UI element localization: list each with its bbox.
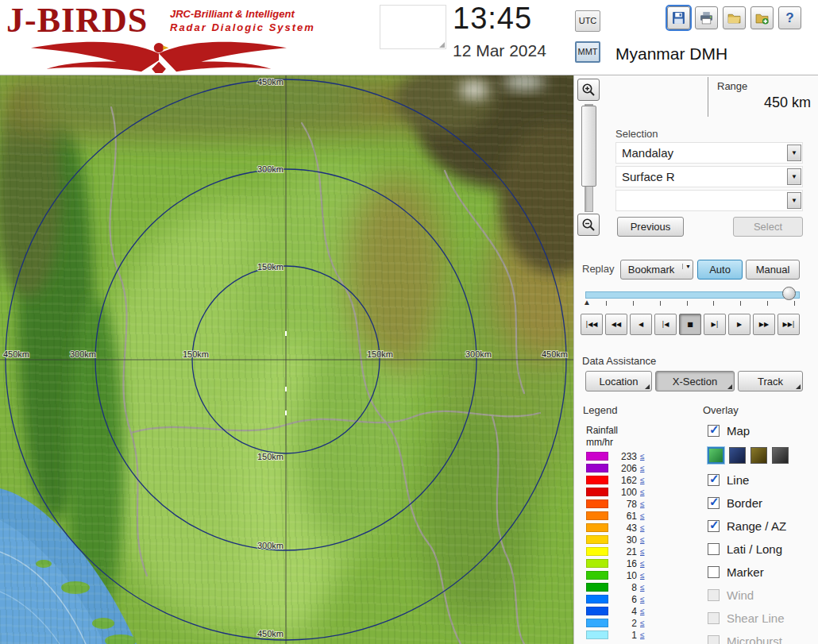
zoom-in-button[interactable] (577, 79, 600, 101)
legend-row: 233≤ (586, 450, 645, 462)
legend-threshold-link[interactable]: ≤ (640, 619, 645, 627)
printer-icon (700, 11, 713, 25)
extra-dropdown[interactable]: ▼ (615, 190, 803, 211)
legend-threshold-link[interactable]: ≤ (640, 607, 645, 615)
save-button[interactable] (667, 6, 690, 29)
select-button[interactable]: Select (733, 217, 803, 237)
check-icon: ✓ (709, 518, 720, 532)
legend-threshold-link[interactable]: ≤ (640, 535, 645, 544)
legend-rows: 233≤206≤162≤100≤78≤61≤43≤30≤21≤16≤10≤8≤6… (586, 450, 645, 641)
legend-threshold-link[interactable]: ≤ (640, 571, 645, 580)
radar-map[interactable]: 450km300km150km150km300km450km450km300km… (0, 75, 573, 644)
timezone-mmt-button[interactable]: MMT (575, 41, 600, 63)
help-button[interactable]: ? (778, 6, 801, 29)
legend-threshold-link[interactable]: ≤ (640, 559, 645, 568)
fast-forward-button[interactable]: ▶▶ (753, 314, 775, 335)
overlay-checkbox-shear-line (708, 612, 720, 624)
legend-value: 43 (612, 523, 637, 534)
step-back-button[interactable]: |◀ (654, 314, 677, 335)
legend-unit-rainfall: Rainfall (586, 425, 618, 436)
map-color-swatch-green[interactable] (708, 447, 724, 464)
legend-threshold-link[interactable]: ≤ (640, 547, 645, 556)
track-button[interactable]: Track (738, 371, 803, 391)
legend-threshold-link[interactable]: ≤ (640, 523, 645, 532)
chevron-down-icon[interactable]: ▼ (787, 145, 801, 161)
legend-color-swatch (586, 607, 608, 615)
print-button[interactable] (695, 6, 718, 29)
legend-value: 233 (612, 451, 637, 462)
product-dropdown[interactable]: Surface R ▼ (615, 166, 803, 187)
zoom-slider-thumb[interactable] (581, 106, 596, 187)
export-button[interactable] (750, 6, 774, 29)
play-button[interactable]: ▶ (728, 314, 750, 335)
skip-start-button[interactable]: |◀◀ (581, 314, 603, 335)
legend-row: 2≤ (586, 617, 645, 629)
step-forward-button[interactable]: ▶| (704, 314, 726, 335)
overlay-label-wind: Wind (727, 588, 754, 602)
chevron-down-icon[interactable]: ▼ (682, 264, 691, 269)
legend-threshold-link[interactable]: ≤ (640, 488, 645, 496)
slider-tick (713, 301, 714, 306)
legend-threshold-link[interactable]: ≤ (640, 631, 645, 639)
overlay-checkbox-marker[interactable] (708, 566, 720, 578)
magnifier-minus-icon (581, 218, 596, 232)
overlay-label-line: Line (727, 473, 749, 487)
legend-value: 21 (612, 546, 637, 557)
previous-button[interactable]: Previous (617, 217, 684, 237)
legend-color-swatch (586, 523, 608, 532)
legend-threshold-link[interactable]: ≤ (640, 476, 645, 484)
legend-row: 10≤ (586, 569, 645, 581)
legend-threshold-link[interactable]: ≤ (640, 499, 645, 508)
overlay-checkbox-lati-long[interactable] (708, 543, 720, 555)
site-dropdown[interactable]: Mandalay ▼ (615, 142, 803, 164)
replay-slider-thumb[interactable] (782, 287, 796, 300)
eagle-logo-icon (8, 37, 310, 73)
fast-rewind-button[interactable]: ◀◀ (605, 314, 627, 335)
map-color-swatch-gray[interactable] (772, 447, 789, 464)
zoom-out-button[interactable] (577, 214, 600, 236)
legend-threshold-link[interactable]: ≤ (640, 464, 645, 472)
stop-button[interactable]: ■ (679, 314, 701, 335)
location-button[interactable]: Location (585, 371, 652, 391)
open-file-button[interactable] (723, 6, 746, 29)
preview-box (380, 5, 446, 49)
timezone-utc-button[interactable]: UTC (575, 10, 600, 32)
legend-threshold-link[interactable]: ≤ (640, 595, 645, 604)
app-logo-title: J-BIRDS (6, 0, 148, 40)
overlay-checkbox-map[interactable]: ✓ (708, 425, 720, 437)
legend-row: 43≤ (586, 522, 645, 534)
chevron-down-icon[interactable]: ▼ (787, 192, 801, 209)
map-color-swatch-olive[interactable] (750, 447, 767, 464)
range-label: 300km (70, 349, 96, 359)
map-color-swatch-navy[interactable] (729, 447, 746, 464)
chevron-down-icon[interactable]: ▼ (787, 168, 801, 185)
legend-threshold-link[interactable]: ≤ (640, 511, 645, 520)
auto-mode-button[interactable]: Auto (697, 260, 743, 280)
legend-value: 162 (612, 475, 637, 486)
x-section-button[interactable]: X-Section (655, 371, 735, 391)
legend-threshold-link[interactable]: ≤ (640, 452, 645, 461)
overlay-item-microburst: Microburst (708, 632, 818, 644)
overlay-checkbox-range-az[interactable]: ✓ (708, 520, 720, 532)
overlay-checkbox-line[interactable]: ✓ (708, 474, 720, 486)
legend-color-swatch (586, 488, 608, 496)
overlay-label-marker: Marker (727, 565, 764, 579)
help-icon: ? (785, 10, 793, 26)
manual-mode-button[interactable]: Manual (746, 260, 800, 280)
range-rings-overlay: 450km300km150km150km300km450km450km300km… (0, 75, 573, 644)
replay-slider-track[interactable] (585, 291, 800, 299)
range-label: 450km (257, 77, 284, 87)
bookmark-button[interactable]: Bookmark ▼ (620, 260, 693, 280)
folder-icon (727, 11, 741, 25)
legend-value: 1 (612, 630, 637, 641)
legend-value: 100 (612, 487, 637, 498)
play-backward-button[interactable]: ◀ (630, 314, 652, 335)
bookmark-button-label: Bookmark (628, 264, 675, 276)
overlay-checkbox-border[interactable]: ✓ (708, 497, 720, 509)
site-dropdown-value: Mandalay (622, 146, 673, 160)
skip-end-button[interactable]: ▶▶| (777, 314, 800, 335)
legend-value: 206 (612, 463, 637, 474)
transport-controls: |◀◀◀◀◀|◀■▶|▶▶▶▶▶| (581, 314, 800, 335)
legend-value: 4 (612, 606, 637, 617)
legend-threshold-link[interactable]: ≤ (640, 583, 645, 592)
